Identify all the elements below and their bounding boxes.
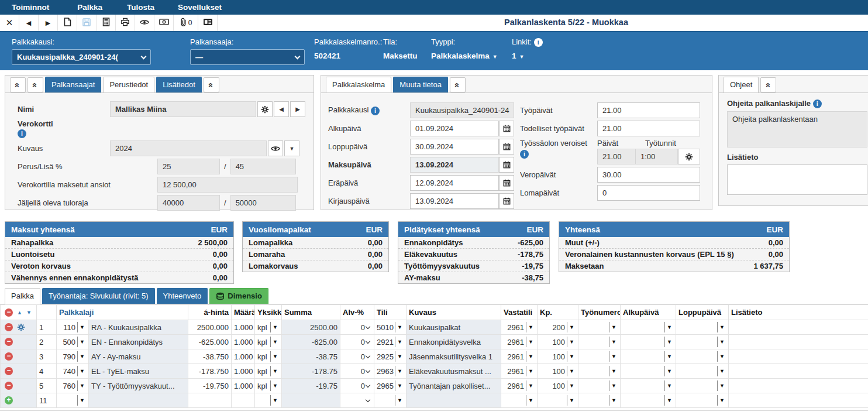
delete-row-icon[interactable]: − <box>5 338 13 346</box>
dimensio-button[interactable]: Dimensio <box>209 288 268 304</box>
dropdown-icon[interactable]: ▼ <box>610 339 618 345</box>
nimi-field[interactable]: Mallikas Miina <box>110 101 256 117</box>
yksikko-cell[interactable]: kpl <box>257 367 270 376</box>
alkupaiva-calendar-button[interactable] <box>499 121 514 136</box>
lisatieto-cell[interactable] <box>729 320 868 335</box>
todelliset-field[interactable]: 21.00 <box>597 121 700 136</box>
tab-perustiedot[interactable]: Perustiedot <box>103 77 154 92</box>
ahinta-cell[interactable]: 2500.000 <box>188 320 232 335</box>
collapse-button[interactable]: « <box>10 77 26 92</box>
attachments-button[interactable]: 0 <box>174 15 198 31</box>
lisatieto-cell[interactable] <box>729 349 868 364</box>
collapse-button[interactable]: « <box>27 77 43 92</box>
select-chevron-icon[interactable] <box>366 353 370 358</box>
close-button[interactable]: ✕ <box>0 15 19 31</box>
dropdown-icon[interactable]: ▼ <box>666 339 673 345</box>
dropdown-icon[interactable]: ▼ <box>666 324 673 330</box>
lisa-field[interactable]: 45 <box>230 159 296 174</box>
kirjauspaiva-field[interactable]: 13.09.2024 <box>410 193 499 209</box>
alv-cell[interactable]: 0 <box>361 367 365 376</box>
ansiot-field[interactable]: 12 500,00 <box>157 177 298 193</box>
next-record-button[interactable]: ▶ <box>39 15 58 31</box>
tili-cell[interactable]: 2921 <box>377 338 395 347</box>
dropdown-icon[interactable]: ▼ <box>78 339 86 345</box>
tab-palkkalaskelma[interactable]: Palkkalaskelma <box>326 77 391 92</box>
dropdown-icon[interactable]: ▼ <box>666 354 673 359</box>
dropdown-icon[interactable]: ▼ <box>610 368 618 374</box>
dropdown-icon[interactable]: ▼ <box>610 324 618 330</box>
loppupaiva-field[interactable]: 30.09.2024 <box>410 139 499 155</box>
tili-cell[interactable]: 2963 <box>377 367 395 376</box>
vastatili-cell[interactable]: 2961 <box>504 338 526 347</box>
palkansaaja-select[interactable]: — <box>190 49 305 65</box>
dropdown-icon[interactable]: ▼ <box>568 368 576 374</box>
dropdown-icon[interactable]: ▼ <box>271 397 279 403</box>
palkkalaji-name[interactable]: RA - Kuukausipalkka <box>89 320 188 335</box>
dropdown-icon[interactable]: ▼ <box>718 354 726 359</box>
dropdown-icon[interactable]: ▼ <box>271 354 279 359</box>
tili-cell[interactable]: 2965 <box>377 382 395 390</box>
yksikko-cell[interactable]: kpl <box>257 382 270 390</box>
loppupaiva-calendar-button[interactable] <box>499 139 514 155</box>
maksupaiva-calendar-button[interactable] <box>499 157 514 173</box>
add-row-icon[interactable]: + <box>5 396 13 404</box>
dropdown-icon[interactable]: ▼ <box>78 397 86 403</box>
delete-row-icon[interactable]: − <box>5 352 13 361</box>
palkkalaji-code[interactable]: 500 <box>59 338 77 347</box>
dropdown-icon[interactable]: ▼ <box>527 324 535 330</box>
payment-button[interactable] <box>154 15 174 31</box>
dropdown-icon[interactable]: ▼ <box>666 397 673 403</box>
delete-row-icon[interactable]: − <box>5 323 13 331</box>
palkkalaji-name[interactable]: AY - Ay-maksu <box>89 349 188 364</box>
taxcard-dropdown-button[interactable]: ▼ <box>284 140 299 156</box>
kp-cell[interactable]: 100 <box>540 367 567 376</box>
palkkalaji-code[interactable]: 110 <box>59 323 77 332</box>
dropdown-icon[interactable]: ▼ <box>610 397 618 403</box>
maara-cell[interactable]: 1.000 <box>232 349 255 364</box>
dropdown-icon[interactable]: ▼ <box>271 339 279 345</box>
maara-cell[interactable]: 1.000 <box>232 335 255 349</box>
tyyppi-dropdown[interactable]: Palkkalaskelma▼ <box>431 52 498 60</box>
dropdown-icon[interactable]: ▼ <box>396 368 404 374</box>
tili-cell[interactable]: 2925 <box>377 352 395 361</box>
tab-palkka[interactable]: Palkka <box>5 288 40 304</box>
dropdown-icon[interactable]: ▼ <box>610 354 618 359</box>
select-chevron-icon[interactable] <box>366 368 370 372</box>
ahinta-cell[interactable] <box>188 393 232 408</box>
dropdown-icon[interactable]: ▼ <box>568 339 576 345</box>
dropdown-icon[interactable]: ▼ <box>666 383 673 389</box>
next-employee-button[interactable]: ▶ <box>290 101 305 117</box>
palkkalaji-name[interactable]: EL - TyEL-maksu <box>89 364 188 379</box>
palkkakausi-select[interactable]: Kuukausipalkka_240901-24( <box>12 49 151 65</box>
alv-cell[interactable]: 0 <box>361 352 365 361</box>
dropdown-icon[interactable]: ▼ <box>396 383 404 389</box>
view-taxcard-button[interactable] <box>268 140 283 156</box>
dropdown-icon[interactable]: ▼ <box>78 354 86 359</box>
dropdown-icon[interactable]: ▼ <box>271 324 279 330</box>
info-icon[interactable]: i <box>520 150 529 159</box>
dropdown-icon[interactable]: ▼ <box>718 397 726 403</box>
dropdown-icon[interactable]: ▼ <box>78 324 86 330</box>
collapse-button[interactable]: « <box>204 77 219 92</box>
sort-up-icon[interactable]: ▲ <box>17 310 22 315</box>
alv-cell[interactable]: 0 <box>361 323 365 332</box>
print-button[interactable] <box>116 15 135 31</box>
delete-all-icon[interactable]: − <box>5 308 13 317</box>
kp-cell[interactable]: 100 <box>540 382 567 390</box>
tab-palkansaajat[interactable]: Palkansaajat <box>45 77 101 92</box>
palkkalaji-code[interactable]: 760 <box>59 382 77 390</box>
tyossaolon-tunnit-field[interactable]: 1:00 <box>636 149 678 164</box>
maara-cell[interactable]: 1.000 <box>232 364 255 379</box>
collapse-button[interactable]: « <box>450 77 466 92</box>
dropdown-icon[interactable]: ▼ <box>718 324 726 330</box>
dropdown-icon[interactable]: ▼ <box>568 383 576 389</box>
kirjauspaiva-calendar-button[interactable] <box>499 193 514 209</box>
tuloraja-max-field[interactable]: 50000 <box>230 195 296 211</box>
tab-yhteenveto[interactable]: Yhteenveto <box>157 288 208 304</box>
lisatieto-cell[interactable] <box>729 335 868 349</box>
ohjeita-textarea[interactable]: Ohjeita palkanlaskentaan <box>727 111 867 148</box>
dropdown-icon[interactable]: ▼ <box>718 339 726 345</box>
tili-cell[interactable]: 5010 <box>377 323 395 332</box>
alkupaiva-field[interactable]: 01.09.2024 <box>410 121 499 136</box>
dropdown-icon[interactable]: ▼ <box>396 324 404 330</box>
